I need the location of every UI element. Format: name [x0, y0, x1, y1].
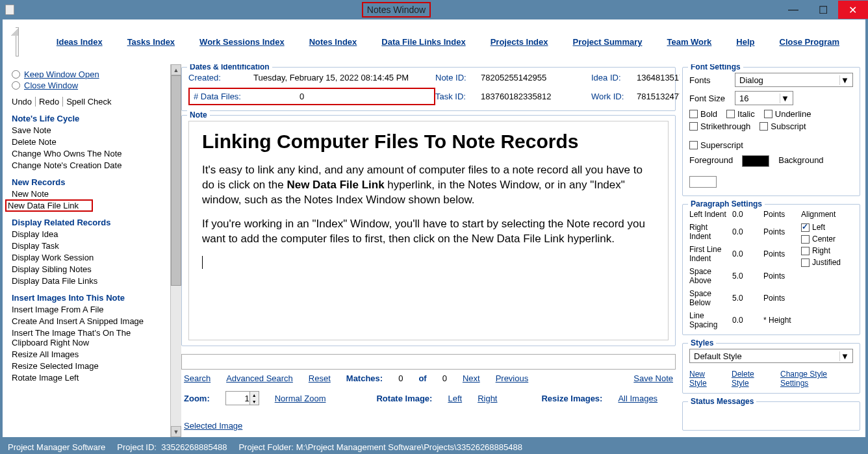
created-label: Created:: [188, 73, 253, 82]
all-images-link[interactable]: All Images: [618, 394, 657, 403]
menu-team-work[interactable]: Team Work: [667, 37, 711, 47]
foreground-color-swatch[interactable]: [742, 155, 769, 167]
next-link[interactable]: Next: [463, 373, 480, 383]
rotate-image-left-link[interactable]: Rotate Image Left: [12, 373, 164, 383]
save-note-link[interactable]: Save Note: [633, 373, 673, 383]
selected-image-link[interactable]: Selected Image: [184, 421, 242, 431]
normal-zoom-link[interactable]: Normal Zoom: [275, 394, 326, 403]
menu-close-program[interactable]: Close Program: [780, 37, 839, 47]
minimize-button[interactable]: —: [778, 1, 808, 19]
project-folder-value: M:\Project Management Software\Projects\…: [296, 442, 522, 452]
new-note-link[interactable]: New Note: [12, 189, 164, 199]
sidebar-scrollbar[interactable]: ▲ ▼: [170, 64, 181, 437]
previous-link[interactable]: Previous: [496, 373, 529, 383]
align-justified-label: Justified: [812, 258, 841, 267]
menu-notes-index[interactable]: Notes Index: [309, 37, 357, 47]
advanced-search-link[interactable]: Advanced Search: [226, 373, 293, 383]
reset-link[interactable]: Reset: [309, 373, 331, 383]
align-right-checkbox[interactable]: [801, 247, 810, 255]
first-line-indent-value: 0.0: [732, 249, 758, 259]
italic-checkbox[interactable]: [726, 110, 735, 118]
insert-image-from-file-link[interactable]: Insert Image From A File: [12, 305, 164, 314]
maximize-button[interactable]: ☐: [808, 1, 838, 19]
points-label: Points: [763, 294, 796, 303]
of-value: 0: [442, 373, 447, 383]
scroll-down-arrow-icon[interactable]: ▼: [171, 426, 181, 437]
dropdown-arrow-icon: ▼: [839, 351, 850, 361]
menu-data-file-links-index[interactable]: Data File Links Index: [381, 37, 465, 47]
background-color-swatch[interactable]: [689, 176, 717, 188]
bold-checkbox[interactable]: [689, 110, 698, 118]
font-size-select[interactable]: 16▼: [735, 91, 793, 105]
note-legend: Note: [187, 110, 210, 120]
keep-window-open-label[interactable]: Keep Window Open: [24, 69, 99, 79]
status-messages-legend: Status Messages: [688, 397, 756, 406]
spell-check-link[interactable]: Spell Check: [63, 97, 114, 107]
subscript-checkbox[interactable]: [760, 122, 768, 131]
keep-window-open-radio[interactable]: [12, 70, 20, 79]
space-above-label: Space Above: [689, 267, 727, 285]
display-idea-link[interactable]: Display Idea: [12, 229, 164, 239]
underline-checkbox[interactable]: [764, 110, 772, 118]
menu-help[interactable]: Help: [736, 37, 754, 47]
resize-all-images-link[interactable]: Resize All Images: [12, 349, 164, 359]
menu-tasks-index[interactable]: Tasks Index: [127, 37, 175, 47]
idea-id-label: Idea ID:: [591, 73, 637, 82]
undo-link[interactable]: Undo: [12, 97, 36, 107]
superscript-label: Superscript: [700, 140, 743, 150]
insert-images-header: Insert Images Into This Note: [12, 293, 164, 303]
new-data-file-link[interactable]: New Data File Link: [8, 201, 79, 210]
change-date-link[interactable]: Change Note's Creation Date: [12, 160, 164, 170]
delete-style-link[interactable]: Delete Style: [732, 370, 771, 388]
resize-selected-image-link[interactable]: Resize Selected Image: [12, 361, 164, 371]
display-task-link[interactable]: Display Task: [12, 241, 164, 251]
menu-project-summary[interactable]: Project Summary: [573, 37, 643, 47]
note-id-label: Note ID:: [435, 73, 481, 82]
fonts-select[interactable]: Dialog▼: [735, 73, 853, 87]
zoom-spinner[interactable]: 1▲▼: [225, 391, 259, 405]
new-style-link[interactable]: New Style: [689, 370, 722, 388]
save-note-link[interactable]: Save Note: [12, 125, 164, 135]
redo-link[interactable]: Redo: [36, 97, 63, 107]
search-input[interactable]: [181, 354, 676, 370]
menu-work-sessions-index[interactable]: Work Sessions Index: [199, 37, 285, 47]
align-right-label: Right: [812, 246, 830, 255]
search-link[interactable]: Search: [184, 373, 211, 383]
sidebar: Keep Window Open Close Window Undo Redo …: [3, 64, 170, 437]
align-justified-checkbox[interactable]: [801, 259, 810, 267]
line-spacing-value: 0.0: [732, 316, 758, 325]
strikethrough-checkbox[interactable]: [689, 122, 698, 131]
create-snipped-image-link[interactable]: Create And Insert A Snipped Image: [12, 316, 164, 326]
subscript-label: Subscript: [771, 121, 806, 131]
alignment-label: Alignment: [801, 210, 853, 219]
insert-clipboard-image-link[interactable]: Insert The Image That's On The Clipboard…: [12, 328, 164, 347]
spinner-up-icon[interactable]: ▲: [249, 392, 259, 398]
rotate-right-link[interactable]: Right: [478, 394, 497, 403]
rotate-left-link[interactable]: Left: [448, 394, 462, 403]
status-app-name: Project Manager Software: [8, 442, 105, 452]
height-label: * Height: [763, 316, 796, 325]
scroll-thumb[interactable]: [171, 75, 181, 286]
superscript-checkbox[interactable]: [689, 141, 698, 149]
close-button[interactable]: ✕: [838, 1, 868, 19]
styles-select[interactable]: Default Style▼: [689, 349, 853, 363]
window-title: Notes Window: [362, 2, 431, 18]
menu-ideas-index[interactable]: Ideas Index: [57, 37, 103, 47]
scroll-up-arrow-icon[interactable]: ▲: [171, 64, 181, 75]
spinner-down-icon[interactable]: ▼: [249, 398, 259, 405]
change-style-settings-link[interactable]: Change Style Settings: [780, 370, 853, 388]
font-settings-legend: Font Settings: [688, 64, 743, 71]
note-editor[interactable]: Linking Computer Files To Note Records I…: [188, 121, 669, 340]
close-window-radio[interactable]: [12, 81, 20, 90]
display-sibling-notes-link[interactable]: Display Sibling Notes: [12, 264, 164, 274]
align-center-label: Center: [812, 234, 836, 244]
display-data-file-links-link[interactable]: Display Data File Links: [12, 276, 164, 286]
align-center-checkbox[interactable]: [801, 235, 810, 244]
display-work-session-link[interactable]: Display Work Session: [12, 253, 164, 262]
delete-note-link[interactable]: Delete Note: [12, 137, 164, 147]
menu-projects-index[interactable]: Projects Index: [491, 37, 548, 47]
task-id-value: 183760182335812: [481, 92, 591, 101]
align-left-checkbox[interactable]: [801, 223, 810, 232]
close-window-label[interactable]: Close Window: [24, 81, 78, 90]
change-owner-link[interactable]: Change Who Owns The Note: [12, 149, 164, 158]
